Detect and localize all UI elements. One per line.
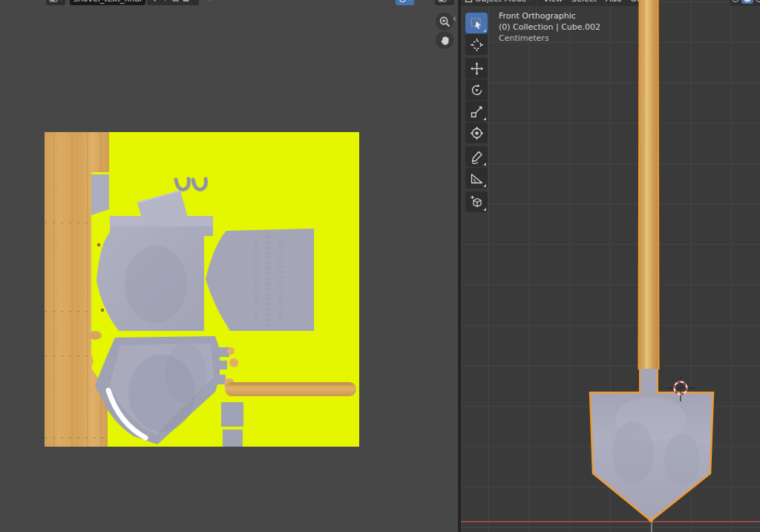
object-mode-icon: [465, 0, 473, 3]
active-object-label: (0) Collection | Cube.002: [499, 22, 600, 33]
solid-shading-icon: [744, 0, 751, 2]
menu-view[interactable]: View: [539, 0, 567, 4]
zoom-button[interactable]: [436, 13, 453, 30]
red-speck: [97, 243, 100, 246]
tan-blob: [227, 347, 235, 355]
hand-icon: [439, 35, 451, 46]
handle-selection-edge: [639, 0, 640, 370]
collapse-arrow-icon[interactable]: ‹: [453, 15, 456, 22]
cursor-tool-icon: [470, 38, 484, 52]
shovel-socket: [639, 369, 658, 393]
chevron-down-icon: ▾: [448, 0, 451, 2]
pin-icon[interactable]: ▼: [150, 0, 160, 5]
mode-label: Object Mode: [475, 0, 526, 4]
blade-tab: [215, 375, 226, 384]
metal-plate: [223, 430, 243, 447]
select-box-icon: [470, 16, 484, 30]
stick-shadow: [230, 383, 353, 385]
tool-transform[interactable]: [465, 122, 488, 143]
image-name-field[interactable]: shovel_text_final: [70, 0, 145, 7]
blade-mottle: [612, 421, 654, 484]
pan-button[interactable]: [436, 31, 453, 49]
tool-measure[interactable]: [465, 168, 488, 188]
chevron-down-icon: ▾: [528, 0, 531, 2]
mode-dropdown[interactable]: Object Mode ▾: [461, 0, 537, 7]
viewport-overlay-text: Front Orthographic (0) Collection | Cube…: [499, 10, 600, 44]
shading-mode-buttons[interactable]: [730, 0, 760, 7]
menu-select[interactable]: Select: [567, 0, 601, 4]
chevron-down-icon: ▾: [408, 0, 411, 2]
chevron-down-icon: ▾: [59, 0, 62, 2]
blade-rim: [110, 216, 213, 226]
wood-tab: [88, 331, 102, 340]
image-icon: [438, 0, 447, 3]
blender-window: ▾ shovel_text_final ▼ ♥ ▤ ▦ ✕ ↗: [0, 0, 760, 532]
viewport-menubar[interactable]: View Select Add Object: [537, 0, 638, 7]
tool-select-box[interactable]: [465, 13, 488, 33]
annotate-pencil-icon: [470, 150, 484, 164]
tool-annotate[interactable]: [465, 146, 488, 167]
solid-shading-active[interactable]: [741, 0, 753, 4]
display-mode-icon: [399, 0, 407, 3]
image-browse-button[interactable]: ▾: [46, 0, 68, 7]
add-cube-icon: [470, 195, 484, 209]
image-header-icons[interactable]: ▼ ♥ ▤ ▦ ✕: [147, 0, 199, 7]
metal-plate: [221, 402, 243, 427]
blade-mottle: [664, 433, 700, 487]
external-edit-button[interactable]: ↗: [208, 0, 221, 7]
measure-icon: [470, 171, 484, 185]
object-origin: [649, 518, 652, 522]
image-browse-icon: [49, 0, 58, 3]
tool-rotate[interactable]: [465, 79, 488, 100]
metal-piece-small: [91, 174, 109, 215]
tool-cursor[interactable]: [465, 34, 488, 55]
pack-icon[interactable]: ▦: [181, 0, 191, 5]
external-arrow-icon: ↗: [208, 0, 214, 5]
new-image-icon[interactable]: ▤: [171, 0, 180, 5]
fake-user-icon[interactable]: ♥: [160, 0, 170, 5]
scale-icon: [470, 105, 484, 119]
wireframe-shading-icon[interactable]: [732, 0, 739, 2]
menu-add[interactable]: Add: [601, 0, 626, 4]
blade-mottle: [165, 344, 206, 403]
shovel-handle: [639, 0, 659, 370]
viewport-3d[interactable]: Object Mode ▾ View Select Add Object Fro…: [461, 0, 760, 532]
handle-selection-edge: [658, 0, 659, 370]
uv-image-editor[interactable]: ▾ shovel_text_final ▼ ♥ ▤ ▦ ✕ ↗: [0, 0, 458, 532]
red-speck: [101, 309, 104, 312]
tan-blob: [229, 358, 238, 367]
blade-back-piece: [206, 229, 314, 331]
display-channels-button[interactable]: ▾: [396, 0, 416, 7]
viewport-canvas[interactable]: [461, 0, 760, 532]
move-icon: [470, 62, 484, 76]
blade-tab: [217, 361, 227, 370]
tool-scale[interactable]: [465, 101, 488, 122]
magnifier-plus-icon: [439, 16, 451, 27]
view-name-label: Front Orthographic: [499, 10, 600, 22]
image-pin-button[interactable]: ▾: [435, 0, 457, 7]
material-shading-icon[interactable]: [756, 0, 760, 2]
transform-icon: [470, 126, 484, 140]
units-label: Centimeters: [499, 33, 600, 44]
unlink-icon[interactable]: ✕: [191, 0, 199, 5]
uv-texture-image[interactable]: [45, 132, 359, 447]
tool-add-cube[interactable]: [465, 191, 488, 212]
menu-object[interactable]: Object: [626, 0, 638, 4]
rotate-icon: [470, 83, 484, 97]
blade-mottle: [125, 246, 187, 323]
tool-move[interactable]: [465, 58, 488, 79]
